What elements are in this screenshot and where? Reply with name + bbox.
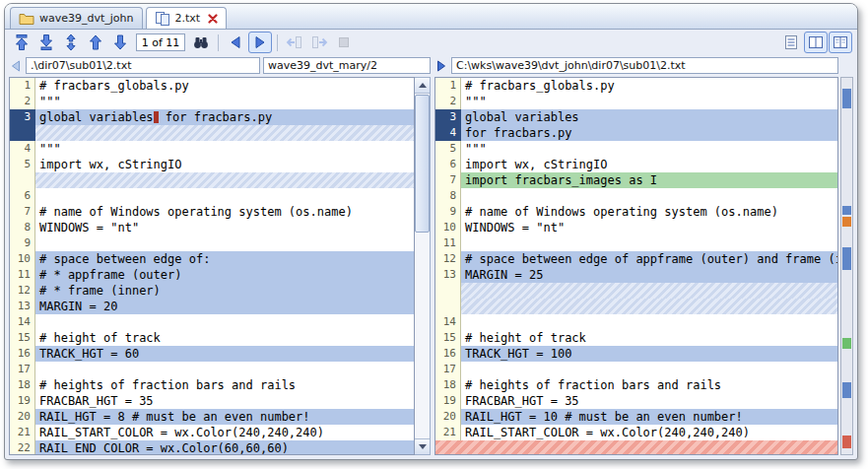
code-line[interactable]: import fracbars_images as I	[461, 172, 837, 188]
line-number[interactable]: 19	[435, 393, 461, 409]
line-number[interactable]: 4	[10, 141, 35, 157]
line-number[interactable]: 7	[10, 204, 35, 220]
code-line[interactable]	[35, 314, 414, 330]
code-line[interactable]: # heights of fraction bars and rails	[35, 377, 414, 393]
line-number[interactable]: 8	[10, 220, 35, 235]
line-number[interactable]: 21	[10, 425, 35, 440]
line-number[interactable]: 16	[435, 346, 461, 362]
line-number[interactable]: 10	[435, 220, 461, 235]
code-line[interactable]	[461, 314, 837, 330]
line-number[interactable]: 5	[10, 157, 35, 172]
scrollbar-down-button[interactable]	[415, 438, 430, 454]
line-number[interactable]: 4	[435, 125, 461, 141]
line-number[interactable]: 15	[435, 330, 461, 346]
code-line[interactable]	[461, 362, 837, 377]
code-line[interactable]: import wx, cStringIO	[461, 157, 837, 172]
line-number[interactable]: 13	[435, 267, 461, 283]
code-line[interactable]: # fracbars_globals.py	[461, 78, 837, 94]
code-line[interactable]: WINDOWS = "nt"	[461, 220, 837, 235]
line-number[interactable]: 19	[10, 393, 35, 409]
find-button[interactable]	[189, 32, 213, 53]
code-line[interactable]: for fracbars.py	[461, 125, 837, 141]
log-view-button[interactable]	[779, 32, 803, 53]
code-line[interactable]	[35, 172, 414, 188]
line-number[interactable]: 11	[435, 235, 461, 251]
code-line[interactable]	[461, 235, 837, 251]
code-line[interactable]: # heights of fraction bars and rails	[461, 377, 837, 393]
line-number[interactable]: 3	[10, 109, 35, 125]
code-line[interactable]: MARGIN = 25	[461, 267, 837, 283]
code-line[interactable]: import wx, cStringIO	[35, 157, 414, 172]
line-number[interactable]	[10, 125, 35, 141]
code-line[interactable]: RAIL_START_COLOR = wx.Color(240,240,240)	[35, 425, 414, 440]
code-line[interactable]	[35, 235, 414, 251]
difference-counter[interactable]: 1 of 11	[136, 34, 185, 51]
merge-from-left-button[interactable]	[283, 32, 306, 53]
code-line[interactable]	[35, 125, 414, 141]
tab-2-txt[interactable]: 2.txt	[146, 7, 228, 29]
left-file-path-field[interactable]: .\dir07\sub01\2.txt	[26, 57, 260, 74]
code-line[interactable]: global variables	[461, 109, 837, 125]
code-line[interactable]: # * frame (inner)	[35, 283, 414, 299]
line-number[interactable]: 20	[435, 409, 461, 425]
line-number[interactable]: 17	[435, 362, 461, 377]
code-line[interactable]	[35, 188, 414, 204]
code-line[interactable]	[461, 188, 837, 204]
next-file-button[interactable]	[248, 32, 272, 53]
line-number[interactable]: 2	[435, 94, 461, 109]
code-line[interactable]	[35, 362, 414, 377]
line-number[interactable]: 14	[435, 314, 461, 330]
code-line[interactable]: WINDOWS = "nt"	[35, 220, 414, 235]
split-view-button[interactable]	[829, 32, 852, 53]
line-number[interactable]: 6	[10, 188, 35, 204]
line-number[interactable]: 11	[10, 267, 35, 283]
line-number[interactable]: 15	[10, 330, 35, 346]
line-number[interactable]: 13	[10, 299, 35, 314]
line-number[interactable]: 12	[10, 283, 35, 299]
code-line[interactable]: TRACK_HGT = 100	[461, 346, 837, 362]
line-number[interactable]: 8	[435, 188, 461, 204]
line-number[interactable]: 17	[10, 362, 35, 377]
code-line[interactable]: MARGIN = 20	[35, 299, 414, 314]
code-line[interactable]: """	[461, 141, 837, 157]
left-revision-field[interactable]: wave39_dvt_mary/2	[263, 57, 431, 74]
tab-wave39-dvt-john[interactable]: wave39_dvt_john	[10, 7, 143, 29]
line-number[interactable]: 3	[435, 109, 461, 125]
line-number[interactable]: 5	[435, 141, 461, 157]
code-line[interactable]: # name of Windows operating system (os.n…	[461, 204, 837, 220]
code-line[interactable]	[461, 283, 837, 299]
line-number[interactable]: 9	[435, 204, 461, 220]
scrollbar-thumb[interactable]	[415, 95, 430, 233]
scrollbar-track[interactable]	[415, 94, 430, 438]
code-line[interactable]: """	[35, 141, 414, 157]
diff-overview-map[interactable]	[840, 77, 853, 455]
code-line[interactable]: RAIL_END_COLOR = wx.Color(60,60,60)	[35, 440, 414, 455]
code-line[interactable]: # * appframe (outer)	[35, 267, 414, 283]
code-line[interactable]	[461, 440, 837, 455]
line-number[interactable]: 20	[10, 409, 35, 425]
previous-difference-button[interactable]	[84, 32, 107, 53]
line-number[interactable]: 9	[10, 235, 35, 251]
line-number[interactable]: 7	[435, 172, 461, 188]
line-number[interactable]: 18	[10, 377, 35, 393]
line-number[interactable]: 1	[10, 78, 35, 94]
line-number[interactable]: 22	[10, 440, 35, 455]
line-number[interactable]: 12	[435, 251, 461, 267]
code-line[interactable]	[461, 299, 837, 314]
line-number[interactable]: 18	[435, 377, 461, 393]
code-line[interactable]: # height of track	[461, 330, 837, 346]
line-number[interactable]: 10	[10, 251, 35, 267]
code-line[interactable]: RAIL_HGT = 10 # must be an even number!	[461, 409, 837, 425]
code-line[interactable]: FRACBAR_HGT = 35	[35, 393, 414, 409]
code-line[interactable]: # height of track	[35, 330, 414, 346]
first-difference-button[interactable]	[10, 32, 33, 53]
code-line[interactable]: # name of Windows operating system (os.n…	[35, 204, 414, 220]
code-line[interactable]: FRACBAR_HGT = 35	[461, 393, 837, 409]
line-number[interactable]: 21	[435, 425, 461, 440]
code-line[interactable]: """	[461, 94, 837, 109]
line-number[interactable]	[435, 440, 461, 455]
line-number[interactable]	[10, 172, 35, 188]
code-line[interactable]: # space between edge of:	[35, 251, 414, 267]
two-pane-layout-button[interactable]	[804, 32, 828, 53]
line-number[interactable]	[435, 283, 461, 299]
